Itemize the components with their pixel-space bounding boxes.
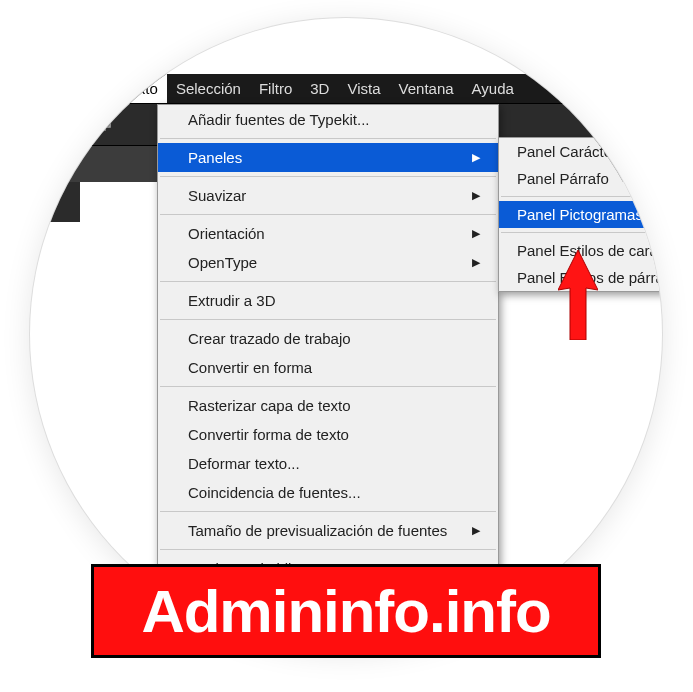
menuitem-label: Coincidencia de fuentes... xyxy=(188,484,361,501)
subitem-panel-estilos-caracter[interactable]: Panel Estilos de carácter xyxy=(499,237,662,264)
watermark-text: Admininfo.info xyxy=(141,577,550,646)
menuitem-label: Añadir fuentes de Typekit... xyxy=(188,111,370,128)
menuitem-label: Panel Estilos de carácter xyxy=(517,242,662,259)
menuitem-label: Panel Pictogramas xyxy=(517,206,643,223)
menuitem-paneles[interactable]: Paneles ▶ xyxy=(158,143,498,172)
separator xyxy=(160,138,496,139)
menuitem-rasterizar[interactable]: Rasterizar capa de texto xyxy=(158,391,498,420)
menuitem-anadir-typekit[interactable]: Añadir fuentes de Typekit... xyxy=(158,105,498,134)
menu-texto[interactable]: Texto xyxy=(113,74,167,103)
separator xyxy=(160,214,496,215)
menuitem-label: Convertir en forma xyxy=(188,359,312,376)
menuitem-deformar[interactable]: Deformar texto... xyxy=(158,449,498,478)
menu-ventana[interactable]: Ventana xyxy=(390,74,463,103)
dark-side-fragment xyxy=(30,182,80,222)
separator xyxy=(501,232,662,233)
menuitem-coincidencia-fuentes[interactable]: Coincidencia de fuentes... xyxy=(158,478,498,507)
menuitem-crear-trazado[interactable]: Crear trazado de trabajo xyxy=(158,324,498,353)
menuitem-label: Suavizar xyxy=(188,187,246,204)
subitem-panel-estilos-parrafo[interactable]: Panel Estilos de párrafo xyxy=(499,264,662,291)
menuitem-label: Rasterizar capa de texto xyxy=(188,397,351,414)
menu-ayuda[interactable]: Ayuda xyxy=(463,74,523,103)
menuitem-label: Deformar texto... xyxy=(188,455,300,472)
menuitem-label: Crear trazado de trabajo xyxy=(188,330,351,347)
separator xyxy=(160,386,496,387)
menuitem-label: Convertir forma de texto xyxy=(188,426,349,443)
menuitem-convertir-forma[interactable]: Convertir en forma xyxy=(158,353,498,382)
menuitem-label: Paneles xyxy=(188,149,242,166)
subitem-panel-pictogramas[interactable]: Panel Pictogramas xyxy=(499,201,662,228)
app-root: apa Texto Selección Filtro 3D Vista Vent… xyxy=(30,18,662,182)
menu-seleccion[interactable]: Selección xyxy=(167,74,250,103)
texto-dropdown: Añadir fuentes de Typekit... Paneles ▶ S… xyxy=(157,104,499,584)
anch-label: Anch.: xyxy=(653,114,662,129)
subitem-panel-parrafo[interactable]: Panel Párrafo xyxy=(499,165,662,192)
menu-3d[interactable]: 3D xyxy=(301,74,338,103)
separator xyxy=(160,549,496,550)
menuitem-opentype[interactable]: OpenType ▶ xyxy=(158,248,498,277)
menuitem-label: Panel Párrafo xyxy=(517,170,609,187)
separator xyxy=(160,281,496,282)
separator xyxy=(160,511,496,512)
menuitem-label: Panel Carácter xyxy=(517,143,617,160)
menuitem-label: Tamaño de previsualización de fuentes xyxy=(188,522,447,539)
tab-close-icon[interactable]: × xyxy=(30,156,35,172)
watermark-banner: Admininfo.info xyxy=(91,564,601,658)
paneles-submenu: Panel Carácter Panel Párrafo Panel Picto… xyxy=(498,137,662,292)
menu-vista[interactable]: Vista xyxy=(338,74,389,103)
menuitem-extrudir-3d[interactable]: Extrudir a 3D xyxy=(158,286,498,315)
menu-filtro[interactable]: Filtro xyxy=(250,74,301,103)
svg-rect-1 xyxy=(100,117,110,127)
toggle-panels-icon[interactable] xyxy=(90,112,116,138)
svg-rect-0 xyxy=(95,120,105,130)
submenu-arrow-icon: ▶ xyxy=(472,524,480,537)
menuitem-label: Extrudir a 3D xyxy=(188,292,276,309)
menuitem-tamano-previsualizacion[interactable]: Tamaño de previsualización de fuentes ▶ xyxy=(158,516,498,545)
document-tab[interactable]: Sin xyxy=(35,156,75,172)
menuitem-orientacion[interactable]: Orientación ▶ xyxy=(158,219,498,248)
menuitem-label: Panel Estilos de párrafo xyxy=(517,269,662,286)
separator xyxy=(501,196,662,197)
subitem-panel-caracter[interactable]: Panel Carácter xyxy=(499,138,662,165)
menuitem-suavizar[interactable]: Suavizar ▶ xyxy=(158,181,498,210)
menu-capa[interactable]: apa xyxy=(70,74,113,103)
submenu-arrow-icon: ▶ xyxy=(472,256,480,269)
circle-crop: apa Texto Selección Filtro 3D Vista Vent… xyxy=(30,18,662,650)
submenu-arrow-icon: ▶ xyxy=(472,151,480,164)
separator xyxy=(160,319,496,320)
menubar: apa Texto Selección Filtro 3D Vista Vent… xyxy=(30,74,662,104)
menuitem-label: OpenType xyxy=(188,254,257,271)
menuitem-label: Orientación xyxy=(188,225,265,242)
separator xyxy=(160,176,496,177)
submenu-arrow-icon: ▶ xyxy=(472,189,480,202)
submenu-arrow-icon: ▶ xyxy=(472,227,480,240)
menuitem-convertir-forma-texto[interactable]: Convertir forma de texto xyxy=(158,420,498,449)
